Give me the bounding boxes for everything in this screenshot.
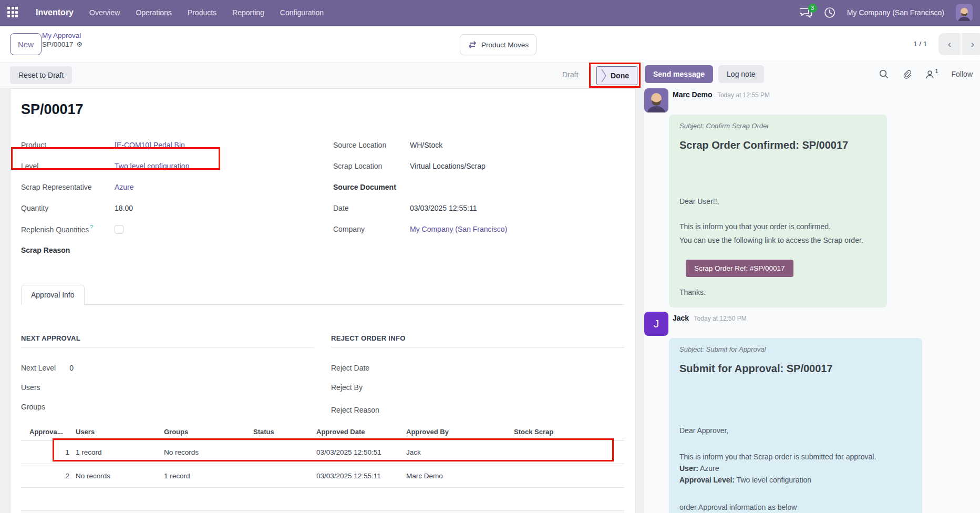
gear-icon[interactable]: ⚙: [76, 40, 82, 49]
status-bar: Reset to Draft Draft Done: [0, 63, 635, 88]
nav-item-configuration[interactable]: Configuration: [280, 8, 324, 17]
help-icon[interactable]: ?: [90, 224, 93, 230]
nav-item-overview[interactable]: Overview: [89, 8, 120, 17]
field-replenish-quantities: Replenish Quantities?: [21, 219, 312, 240]
nav-item-products[interactable]: Products: [188, 8, 216, 17]
field-date: Date 03/03/2025 12:55:11: [333, 198, 624, 219]
message-author[interactable]: Jack: [673, 314, 689, 322]
app-name[interactable]: Inventory: [36, 8, 74, 17]
field-scrap-reason: Scrap Reason: [21, 240, 312, 261]
field-users: Users: [21, 377, 314, 397]
approval-table-header: Approva... Users Groups Status Approved …: [21, 428, 624, 440]
scrap-representative-link[interactable]: Azure: [115, 183, 134, 191]
product-link[interactable]: [E-COM10] Pedal Bin: [115, 141, 185, 149]
message-timestamp: Today at 12:50 PM: [694, 315, 747, 322]
field-groups: Groups: [21, 397, 314, 416]
pager-next-button[interactable]: ›: [962, 33, 980, 55]
new-button[interactable]: New: [10, 33, 42, 55]
field-source-location: Source Location WH/Stock: [333, 135, 624, 156]
nav-item-reporting[interactable]: Reporting: [232, 8, 264, 17]
send-message-button[interactable]: Send message: [645, 65, 713, 83]
tab-approval-info[interactable]: Approval Info: [21, 285, 85, 305]
followers-count: 1: [935, 68, 938, 74]
messages-badge: 3: [808, 4, 817, 13]
user-avatar[interactable]: [956, 4, 973, 21]
table-row-2[interactable]: 2 No records 1 record 03/03/2025 12:55:1…: [21, 464, 624, 488]
state-draft[interactable]: Draft: [562, 70, 578, 79]
empty-table-row: [21, 511, 624, 513]
message-marc-demo: Marc Demo Today at 12:55 PM Subject: Con…: [644, 88, 980, 307]
log-note-button[interactable]: Log note: [718, 65, 764, 83]
section-title: REJECT ORDER INFO: [331, 334, 624, 347]
author-avatar[interactable]: [644, 88, 668, 112]
empty-table-row: [21, 488, 624, 511]
swap-arrows-icon: [468, 41, 477, 48]
approval-table: Approva... Users Groups Status Approved …: [21, 428, 624, 513]
breadcrumb-current: SP/00017: [42, 40, 73, 49]
author-avatar[interactable]: J: [644, 312, 668, 336]
field-source-document: Source Document: [333, 177, 624, 198]
field-quantity: Quantity 18.00: [21, 198, 312, 219]
field-next-level: Next Level 0: [21, 358, 314, 377]
pager-count: 1 / 1: [913, 40, 927, 48]
message-card-submit: Subject: Submit for Approval Submit for …: [669, 338, 922, 513]
page-title: SP/00017: [21, 101, 624, 118]
replenish-quantities-checkbox[interactable]: [115, 225, 123, 234]
field-reject-reason: Reject Reason: [331, 400, 624, 419]
followers-icon[interactable]: 1: [925, 70, 937, 79]
company-name[interactable]: My Company (San Francisco): [847, 8, 944, 17]
notebook-tabs: Approval Info: [21, 285, 624, 305]
field-reject-by: Reject By: [331, 377, 624, 397]
reset-to-draft-button[interactable]: Reset to Draft: [10, 66, 72, 84]
messages-icon[interactable]: 3: [800, 7, 812, 18]
control-panel: New My Approval SP/00017 ⚙ Product Moves…: [0, 26, 980, 63]
scrap-order-ref-button[interactable]: Scrap Order Ref: #SP/00017: [686, 260, 793, 277]
message-heading: Submit for Approval: SP/00017: [679, 363, 912, 375]
field-scrap-location: Scrap Location Virtual Locations/Scrap: [333, 156, 624, 177]
message-card-confirm: Subject: Confirm Scrap Order Scrap Order…: [669, 115, 887, 307]
table-row-1[interactable]: 1 1 record No records 03/03/2025 12:50:5…: [21, 440, 624, 464]
inventory-app-screen: Inventory Overview Operations Products R…: [0, 0, 980, 513]
section-next-approval: NEXT APPROVAL Next Level 0 Users Groups: [21, 334, 314, 419]
message-timestamp: Today at 12:55 PM: [717, 91, 770, 99]
chevron-right-icon: [601, 69, 606, 83]
product-moves-button[interactable]: Product Moves: [460, 34, 537, 55]
top-navbar: Inventory Overview Operations Products R…: [0, 0, 980, 26]
message-subject: Subject: Submit for Approval: [679, 345, 912, 353]
chatter-toolbar: Send message Log note 1 Follow: [644, 60, 980, 88]
form-sheet: SP/00017 Product [E-COM10] Pedal Bin Lev…: [10, 88, 635, 513]
field-scrap-representative: Scrap Representative Azure: [21, 177, 312, 198]
section-title: NEXT APPROVAL: [21, 334, 314, 347]
nav-item-operations[interactable]: Operations: [136, 8, 171, 17]
follow-button[interactable]: Follow: [952, 70, 973, 78]
field-company: Company My Company (San Francisco): [333, 219, 624, 240]
state-done[interactable]: Done: [596, 66, 637, 85]
breadcrumb: My Approval SP/00017 ⚙: [42, 31, 82, 49]
field-product: Product [E-COM10] Pedal Bin: [21, 135, 312, 156]
fields-right-column: Source Location WH/Stock Scrap Location …: [333, 135, 624, 261]
breadcrumb-parent[interactable]: My Approval: [42, 31, 82, 40]
field-reject-date: Reject Date: [331, 358, 624, 377]
chatter-panel: Send message Log note 1 Follow: [644, 60, 980, 513]
apps-grid-icon[interactable]: [7, 7, 19, 18]
field-level: Level Two level configuration: [21, 156, 312, 177]
pager-previous-button[interactable]: ‹: [938, 33, 961, 55]
activities-clock-icon[interactable]: [824, 7, 835, 18]
attachments-paperclip-icon[interactable]: [902, 69, 912, 79]
level-link[interactable]: Two level configuration: [115, 162, 189, 170]
company-link[interactable]: My Company (San Francisco): [410, 225, 507, 233]
section-reject-order-info: REJECT ORDER INFO Reject Date Reject By …: [331, 334, 624, 419]
message-subject: Subject: Confirm Scrap Order: [679, 122, 876, 130]
search-messages-icon[interactable]: [879, 69, 889, 79]
message-heading: Scrap Order Confirmed: SP/00017: [679, 139, 876, 151]
message-jack: J Jack Today at 12:50 PM Subject: Submit…: [644, 312, 980, 513]
fields-left-column: Product [E-COM10] Pedal Bin Level Two le…: [21, 135, 312, 261]
message-author[interactable]: Marc Demo: [673, 90, 712, 99]
